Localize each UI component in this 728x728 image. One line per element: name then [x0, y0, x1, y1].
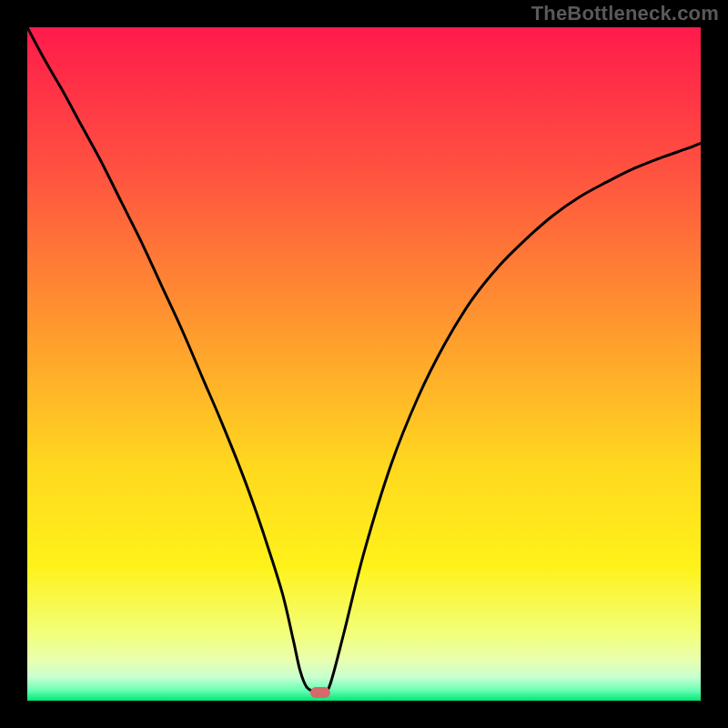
- svg-rect-1: [310, 687, 330, 698]
- watermark-text: TheBottleneck.com: [531, 2, 719, 25]
- optimum-marker: [27, 27, 701, 701]
- plot-area: [27, 27, 701, 701]
- chart-frame: TheBottleneck.com: [0, 0, 728, 728]
